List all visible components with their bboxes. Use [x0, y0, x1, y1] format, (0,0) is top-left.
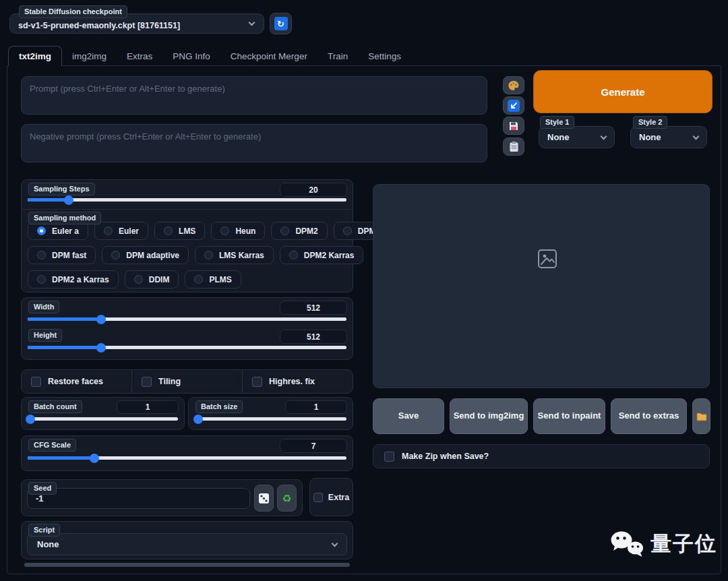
sampler-euler[interactable]: Euler [94, 222, 148, 240]
floppy-icon [508, 121, 519, 131]
height-slider[interactable] [28, 346, 346, 349]
send-to-extras-button[interactable]: Send to extras [611, 398, 687, 434]
save-style-button[interactable] [503, 117, 524, 135]
highres-fix-option[interactable]: Highres. fix [242, 370, 353, 393]
reuse-seed-button[interactable]: ♻ [277, 485, 297, 512]
sampler-ddim[interactable]: DDIM [125, 270, 179, 288]
make-zip-checkbox[interactable] [384, 452, 394, 462]
apply-style-button[interactable] [503, 137, 524, 156]
batch-count-label: Batch count [28, 400, 82, 413]
batch-size-label: Batch size [195, 400, 243, 413]
radio-icon [134, 275, 143, 284]
seed-panel: Seed ♻ [21, 479, 303, 516]
save-button[interactable]: Save [373, 398, 444, 434]
highres-fix-label: Highres. fix [269, 377, 315, 386]
batch-count-slider[interactable] [28, 417, 178, 421]
checkpoint-label: Stable Diffusion checkpoint [19, 5, 127, 18]
script-value: None [37, 539, 332, 549]
seed-extra-checkbox[interactable] [313, 493, 323, 502]
random-seed-button[interactable] [254, 485, 274, 512]
script-select[interactable]: None [27, 533, 347, 555]
cfg-scale-panel: CFG Scale 7 [21, 435, 353, 471]
sampler-plms[interactable]: PLMS [185, 270, 241, 288]
restore-faces-label: Restore faces [48, 377, 103, 386]
seed-label: Seed [28, 482, 57, 495]
radio-icon [280, 226, 289, 235]
tiling-checkbox[interactable] [142, 377, 152, 387]
batch-size-value[interactable]: 1 [285, 400, 347, 414]
tiling-label: Tiling [158, 377, 181, 386]
radio-selected-icon [37, 226, 46, 235]
batch-count-value[interactable]: 1 [117, 400, 179, 414]
sampler-euler-a[interactable]: Euler a [28, 222, 88, 240]
chevron-down-icon [332, 540, 338, 547]
send-to-img2img-button[interactable]: Send to img2img [450, 398, 528, 434]
make-zip-option[interactable]: Make Zip when Save? [373, 444, 710, 468]
sampler-dpm2-karras[interactable]: DPM2 Karras [280, 246, 364, 264]
negative-prompt-input[interactable] [21, 124, 487, 162]
sampler-dpm2-a-karras[interactable]: DPM2 a Karras [28, 270, 119, 288]
refresh-icon: ↻ [274, 17, 288, 30]
height-label: Height [28, 329, 62, 342]
style1-select[interactable]: None [539, 126, 615, 148]
options-panel: Restore faces Tiling Highres. fix [21, 369, 353, 394]
main-tabbar: txt2img img2img Extras PNG Info Checkpoi… [8, 46, 411, 66]
chevron-down-icon [601, 133, 607, 140]
open-folder-button[interactable] [692, 398, 710, 434]
style2-label: Style 2 [633, 116, 667, 129]
radio-icon [194, 275, 203, 284]
restore-faces-checkbox[interactable] [31, 377, 41, 387]
sampler-lms[interactable]: LMS [154, 222, 205, 240]
tab-settings[interactable]: Settings [358, 46, 411, 66]
palette-icon [508, 80, 520, 92]
highres-fix-checkbox[interactable] [252, 377, 262, 387]
tab-train[interactable]: Train [317, 46, 358, 66]
seed-extra-panel[interactable]: Extra [309, 478, 353, 516]
sampler-dpm-fast[interactable]: DPM fast [28, 246, 96, 264]
batch-size-slider[interactable] [195, 417, 346, 421]
horizontal-scrollbar[interactable] [24, 563, 350, 567]
refresh-checkpoints-button[interactable]: ↻ [270, 13, 292, 34]
generate-label: Generate [601, 86, 644, 98]
script-panel: Script None [21, 521, 353, 559]
chevron-down-icon [249, 20, 255, 26]
watermark-text: 量子位 [650, 530, 717, 558]
tab-txt2img[interactable]: txt2img [8, 46, 62, 66]
send-to-inpaint-button[interactable]: Send to inpaint [533, 398, 605, 434]
clipboard-icon [509, 141, 519, 152]
prompt-input[interactable] [21, 76, 487, 115]
radio-icon [220, 226, 229, 235]
sampler-dpm2[interactable]: DPM2 [271, 222, 327, 240]
sampler-dpm-adaptive[interactable]: DPM adaptive [102, 246, 189, 264]
tiling-option[interactable]: Tiling [131, 370, 242, 393]
dice-icon [258, 493, 270, 504]
width-value[interactable]: 512 [280, 301, 347, 315]
radio-icon [111, 251, 120, 259]
width-slider[interactable] [28, 317, 346, 321]
folder-icon [696, 412, 707, 421]
sampling-steps-label: Sampling Steps [28, 183, 95, 195]
paste-params-button[interactable] [503, 96, 524, 115]
sampling-method-label: Sampling method [28, 212, 101, 224]
watermark: 量子位 [609, 530, 717, 558]
sampling-steps-slider[interactable] [28, 198, 346, 202]
sampler-lms-karras[interactable]: LMS Karras [195, 246, 274, 264]
tab-extras[interactable]: Extras [117, 46, 162, 66]
cfg-scale-label: CFG Scale [28, 439, 76, 452]
make-zip-label: Make Zip when Save? [402, 452, 489, 461]
tab-png-info[interactable]: PNG Info [162, 46, 220, 66]
radio-icon [343, 226, 352, 235]
tab-img2img[interactable]: img2img [62, 46, 117, 66]
seed-input[interactable] [27, 488, 250, 509]
style2-select[interactable]: None [630, 126, 707, 148]
sampling-steps-value[interactable]: 20 [280, 183, 347, 197]
restore-faces-option[interactable]: Restore faces [22, 370, 131, 393]
cfg-scale-value[interactable]: 7 [280, 439, 347, 453]
generate-button[interactable]: Generate [533, 70, 712, 113]
roll-artist-button[interactable] [503, 76, 524, 94]
height-value[interactable]: 512 [280, 330, 347, 344]
batch-size-panel: Batch size 1 [188, 397, 353, 430]
tab-checkpoint-merger[interactable]: Checkpoint Merger [220, 46, 317, 66]
sampler-heun[interactable]: Heun [211, 222, 265, 240]
cfg-scale-slider[interactable] [28, 456, 346, 460]
